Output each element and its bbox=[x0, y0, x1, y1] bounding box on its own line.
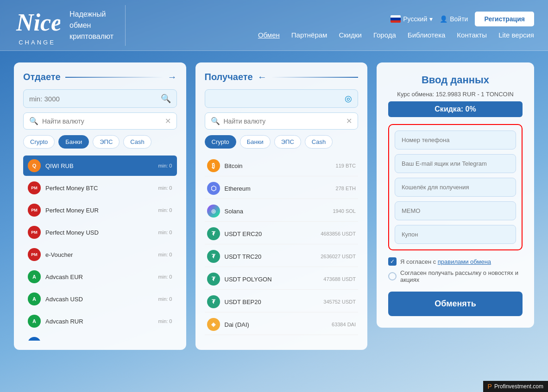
give-currency-qiwi[interactable]: Q QIWI RUB min: 0 bbox=[23, 156, 177, 176]
coupon-input[interactable] bbox=[395, 225, 516, 244]
receive-currency-eth[interactable]: ⬡ Ethereum 278 ETH bbox=[205, 178, 359, 199]
give-currency-adv-eur[interactable]: A Advcash EUR min: 0 bbox=[23, 267, 177, 287]
receive-amount-input[interactable] bbox=[211, 95, 345, 103]
usdt-polygon-icon: ₮ bbox=[207, 273, 220, 286]
newsletter-row: Согласен получать рассылку о новостях и … bbox=[388, 269, 523, 283]
eth-icon: ⬡ bbox=[207, 182, 220, 195]
dai-icon: ◈ bbox=[207, 318, 220, 331]
receive-search-wrapper[interactable]: 🔍 ✕ bbox=[205, 112, 359, 130]
newsletter-checkbox[interactable] bbox=[388, 272, 397, 280]
receive-filter-tabs: Crypto Банки ЭПС Cash bbox=[205, 135, 359, 149]
agree-checkbox[interactable]: ✓ bbox=[388, 257, 397, 266]
chevron-down-icon: ▾ bbox=[429, 15, 433, 23]
main-content: Отдаете → 🔍 🔍 ✕ Crypto Банки ЭПС Cash Q … bbox=[0, 51, 548, 361]
logo-change: CHANGE bbox=[14, 39, 60, 46]
email-input[interactable] bbox=[395, 154, 516, 173]
pm-icon: PM bbox=[28, 226, 41, 239]
input-panel-title: Ввод данных bbox=[388, 74, 523, 86]
svg-text:Nice: Nice bbox=[16, 9, 60, 36]
qiwi-icon: Q bbox=[28, 159, 41, 172]
give-currency-pm-eur[interactable]: PM Perfect Money EUR min: 0 bbox=[23, 200, 177, 220]
receive-currency-usdt-erc20[interactable]: ₮ USDT ERC20 4683856 USDT bbox=[205, 224, 359, 244]
give-search-input[interactable] bbox=[42, 118, 165, 125]
nav-discounts[interactable]: Скидки bbox=[339, 31, 361, 39]
nav-lite[interactable]: Lite версия bbox=[498, 31, 534, 39]
currency-min: min: 0 bbox=[158, 252, 172, 257]
pm-icon: PM bbox=[28, 204, 41, 217]
usdt-icon: ₮ bbox=[207, 250, 220, 263]
give-filter-cash[interactable]: Cash bbox=[123, 135, 151, 149]
discount-badge: Скидка: 0% bbox=[388, 101, 523, 117]
give-currency-payeer-usd[interactable]: P Payeer USD min: 0 bbox=[23, 333, 177, 341]
give-currency-adv-usd[interactable]: A Advcash USD min: 0 bbox=[23, 289, 177, 309]
watermark-text: Profinvestment.com bbox=[494, 383, 543, 390]
nav-library[interactable]: Библиотека bbox=[408, 31, 446, 39]
currency-name: Perfect Money USD bbox=[45, 229, 154, 236]
give-amount-wrapper[interactable]: 🔍 bbox=[23, 89, 177, 108]
currency-min: min: 0 bbox=[158, 274, 172, 280]
give-panel: Отдаете → 🔍 🔍 ✕ Crypto Банки ЭПС Cash Q … bbox=[14, 62, 186, 350]
receive-currency-btc[interactable]: ₿ Bitcoin 119 BTC bbox=[205, 156, 359, 176]
clear-icon[interactable]: ✕ bbox=[346, 117, 352, 125]
receive-currency-usdt-trc20[interactable]: ₮ USDT TRC20 2636027 USDT bbox=[205, 246, 359, 267]
logo-area: Nice CHANGE Надежныйобменкриптовалют bbox=[14, 5, 126, 46]
give-filter-banks[interactable]: Банки bbox=[58, 135, 89, 149]
usdt-bep20-icon: ₮ bbox=[207, 295, 220, 308]
receive-filter-eps[interactable]: ЭПС bbox=[274, 135, 301, 149]
give-filter-eps[interactable]: ЭПС bbox=[93, 135, 120, 149]
give-amount-input[interactable] bbox=[29, 95, 161, 103]
receive-currency-dai[interactable]: ◈ Dai (DAI) 63384 DAI bbox=[205, 314, 359, 335]
flag-icon bbox=[391, 15, 401, 23]
receive-filter-crypto[interactable]: Crypto bbox=[205, 135, 236, 149]
give-currency-adv-rur[interactable]: A Advcash RUR min: 0 bbox=[23, 311, 177, 331]
currency-min: min: 0 bbox=[158, 185, 172, 191]
toncoin-icon: ◎ bbox=[345, 93, 352, 104]
memo-input[interactable] bbox=[395, 201, 516, 220]
agree-link[interactable]: правилами обмена bbox=[438, 258, 491, 265]
payeer-icon: P bbox=[28, 337, 41, 341]
receive-filter-banks[interactable]: Банки bbox=[240, 135, 271, 149]
receive-search-input[interactable] bbox=[224, 118, 346, 125]
top-nav: Русский ▾ 👤 Войти Регистрация bbox=[391, 12, 534, 26]
nav-partners[interactable]: Партнёрам bbox=[291, 31, 328, 39]
main-nav: Обмен Партнёрам Скидки Города Библиотека… bbox=[258, 31, 534, 39]
user-icon: 👤 bbox=[440, 15, 447, 23]
register-button[interactable]: Регистрация bbox=[475, 12, 534, 26]
nav-contacts[interactable]: Контакты bbox=[457, 31, 487, 39]
submit-button[interactable]: Обменять bbox=[388, 292, 523, 316]
clear-icon[interactable]: ✕ bbox=[165, 117, 171, 125]
search-orange-icon: 🔍 bbox=[161, 93, 171, 104]
receive-filter-cash[interactable]: Cash bbox=[305, 135, 333, 149]
currency-min: min: 0 bbox=[158, 296, 172, 302]
agree-label: Я согласен с правилами обмена bbox=[400, 258, 491, 265]
adv-icon: A bbox=[28, 292, 41, 305]
receive-amount-wrapper[interactable]: ◎ bbox=[205, 89, 359, 108]
receive-currency-list: ₿ Bitcoin 119 BTC ⬡ Ethereum 278 ETH ◎ S… bbox=[205, 156, 359, 341]
give-filter-crypto[interactable]: Crypto bbox=[23, 135, 55, 149]
currency-min: min: 0 bbox=[158, 230, 172, 235]
give-currency-pm-usd[interactable]: PM Perfect Money USD min: 0 bbox=[23, 222, 177, 243]
receive-currency-sol[interactable]: ◎ Solana 1940 SOL bbox=[205, 201, 359, 222]
phone-input[interactable] bbox=[395, 131, 516, 149]
header: Nice CHANGE Надежныйобменкриптовалют Рус… bbox=[0, 0, 548, 51]
give-divider bbox=[65, 77, 163, 78]
wallet-input[interactable] bbox=[395, 178, 516, 197]
receive-currency-usdp[interactable]: ○ Pax Dollar (USDP) 313880 USDP bbox=[205, 337, 359, 341]
language-button[interactable]: Русский ▾ bbox=[391, 15, 433, 23]
currency-name: e-Voucher bbox=[45, 251, 154, 258]
search-icon: 🔍 bbox=[211, 117, 220, 125]
currency-name: Advcash RUR bbox=[45, 318, 154, 325]
receive-currency-usdt-polygon[interactable]: ₮ USDT POLYGON 473688 USDT bbox=[205, 269, 359, 290]
tagline: Надежныйобменкриптовалют bbox=[69, 9, 113, 42]
exchange-rate: Курс обмена: 152.9983 RUR - 1 TONCOIN bbox=[388, 91, 523, 98]
nav-cities[interactable]: Города bbox=[373, 31, 396, 39]
search-icon: 🔍 bbox=[29, 117, 38, 125]
logo-text: Nice bbox=[14, 5, 60, 41]
arrow-right-icon: → bbox=[168, 72, 177, 82]
receive-currency-usdt-bep20[interactable]: ₮ USDT BEP20 345752 USDT bbox=[205, 292, 359, 312]
nav-exchange[interactable]: Обмен bbox=[258, 31, 280, 39]
give-currency-evoucher[interactable]: PM e-Voucher min: 0 bbox=[23, 244, 177, 265]
give-search-wrapper[interactable]: 🔍 ✕ bbox=[23, 112, 177, 130]
login-button[interactable]: 👤 Войти bbox=[440, 15, 468, 23]
give-currency-pm-btc[interactable]: PM Perfect Money BTC min: 0 bbox=[23, 178, 177, 198]
